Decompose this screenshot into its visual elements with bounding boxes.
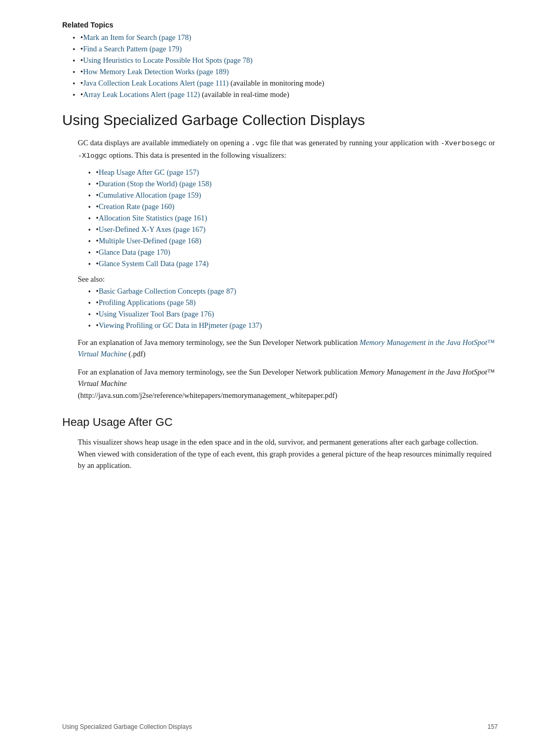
link-viewing-profiling[interactable]: Viewing Profiling or GC Data in HPjmeter… bbox=[99, 321, 262, 330]
list-item: • Duration (Stop the World) (page 158) bbox=[88, 179, 498, 189]
list-item: • Glance Data (page 170) bbox=[88, 248, 498, 257]
list-item: • Java Collection Leak Locations Alert (… bbox=[73, 79, 498, 88]
para2-pre: For an explanation of Java memory termin… bbox=[78, 368, 359, 376]
intro-outro: options. This data is presented in the f… bbox=[107, 151, 286, 159]
footer-left: Using Specialized Garbage Collection Dis… bbox=[62, 723, 192, 730]
link-alloc-stats[interactable]: Allocation Site Statistics (page 161) bbox=[99, 214, 207, 223]
list-item: • Array Leak Locations Alert (page 112) … bbox=[73, 90, 498, 100]
intro-or: or bbox=[487, 139, 495, 147]
heap-section-body: This visualizer shows heap usage in the … bbox=[62, 436, 498, 471]
para1: For an explanation of Java memory termin… bbox=[62, 337, 498, 360]
link-multiple-user[interactable]: Multiple User-Defined (page 168) bbox=[99, 237, 201, 245]
list-item: • Glance System Call Data (page 174) bbox=[88, 259, 498, 269]
link-visualizer-toolbars[interactable]: Using Visualizer Tool Bars (page 176) bbox=[99, 310, 214, 319]
gc-section-heading: Using Specialized Garbage Collection Dis… bbox=[62, 112, 498, 129]
see-also-list: • Basic Garbage Collection Concepts (pag… bbox=[88, 287, 498, 330]
link-basic-gc[interactable]: Basic Garbage Collection Concepts (page … bbox=[99, 287, 236, 296]
list-item: • How Memory Leak Detection Works (page … bbox=[73, 67, 498, 77]
para1-post: (.pdf) bbox=[127, 350, 145, 358]
list-item: • Allocation Site Statistics (page 161) bbox=[88, 214, 498, 223]
vgc-code: .vgc bbox=[251, 140, 268, 147]
link-duration[interactable]: Duration (Stop the World) (page 158) bbox=[99, 179, 212, 188]
link-glance-syscall[interactable]: Glance System Call Data (page 174) bbox=[99, 259, 208, 268]
gc-intro-paragraph: GC data displays are available immediate… bbox=[62, 137, 498, 162]
list-item: • Multiple User-Defined (page 168) bbox=[88, 237, 498, 246]
list-item: • User-Defined X-Y Axes (page 167) bbox=[88, 225, 498, 234]
intro-text2: file that was generated by running your … bbox=[268, 139, 441, 147]
item-suffix: (available in real-time mode) bbox=[202, 90, 289, 99]
list-item: • Mark an Item for Search (page 178) bbox=[73, 33, 498, 43]
list-item: • Viewing Profiling or GC Data in HPjmet… bbox=[88, 321, 498, 330]
list-item-text: Java Collection Leak Locations Alert (pa… bbox=[83, 79, 324, 88]
xverbosegc-code: -Xverbosegc bbox=[441, 140, 487, 147]
list-item: • Using Heuristics to Locate Possible Ho… bbox=[73, 56, 498, 65]
para2-url: (http://java.sun.com/j2se/reference/whit… bbox=[78, 391, 337, 399]
item-suffix: (available in monitoring mode) bbox=[231, 79, 325, 87]
link-find-pattern[interactable]: Find a Search Pattern (page 179) bbox=[83, 45, 181, 53]
link-creation-rate[interactable]: Creation Rate (page 160) bbox=[99, 202, 174, 211]
list-item: • Basic Garbage Collection Concepts (pag… bbox=[88, 287, 498, 296]
link-heap-usage[interactable]: Heap Usage After GC (page 157) bbox=[99, 168, 199, 177]
list-item: • Find a Search Pattern (page 179) bbox=[73, 45, 498, 54]
related-topics-label: Related Topics bbox=[62, 21, 498, 29]
para2: For an explanation of Java memory termin… bbox=[62, 366, 498, 401]
related-topics-list: • Mark an Item for Search (page 178) • F… bbox=[73, 33, 498, 100]
list-item: • Heap Usage After GC (page 157) bbox=[88, 168, 498, 177]
gc-visualizers-list: • Heap Usage After GC (page 157) • Durat… bbox=[88, 168, 498, 269]
link-mark-item[interactable]: Mark an Item for Search (page 178) bbox=[83, 33, 191, 42]
heap-section-heading: Heap Usage After GC bbox=[62, 416, 498, 429]
link-heuristics[interactable]: Using Heuristics to Locate Possible Hot … bbox=[83, 56, 253, 65]
list-item: • Cumulative Allocation (page 159) bbox=[88, 191, 498, 200]
related-topics-section: Related Topics • Mark an Item for Search… bbox=[62, 21, 498, 100]
link-profiling-apps[interactable]: Profiling Applications (page 58) bbox=[99, 298, 195, 307]
footer-right: 157 bbox=[487, 723, 498, 730]
link-java-collection[interactable]: Java Collection Leak Locations Alert (pa… bbox=[83, 79, 229, 87]
page-footer: Using Specialized Garbage Collection Dis… bbox=[0, 723, 560, 730]
list-item: • Creation Rate (page 160) bbox=[88, 202, 498, 212]
xloggc-code: -Xloggc bbox=[78, 152, 107, 160]
list-item: • Profiling Applications (page 58) bbox=[88, 298, 498, 308]
para1-pre: For an explanation of Java memory termin… bbox=[78, 338, 359, 347]
see-also-label: See also: bbox=[62, 275, 498, 284]
intro-text: GC data displays are available immediate… bbox=[78, 139, 251, 147]
link-user-defined-xy[interactable]: User-Defined X-Y Axes (page 167) bbox=[99, 225, 205, 234]
link-glance-data[interactable]: Glance Data (page 170) bbox=[99, 248, 170, 257]
list-item: • Using Visualizer Tool Bars (page 176) bbox=[88, 310, 498, 319]
link-array-leak[interactable]: Array Leak Locations Alert (page 112) bbox=[83, 90, 200, 99]
link-cumulative[interactable]: Cumulative Allocation (page 159) bbox=[99, 191, 201, 200]
list-item-text: Array Leak Locations Alert (page 112) (a… bbox=[83, 90, 289, 99]
link-memory-leak[interactable]: How Memory Leak Detection Works (page 18… bbox=[83, 67, 229, 76]
